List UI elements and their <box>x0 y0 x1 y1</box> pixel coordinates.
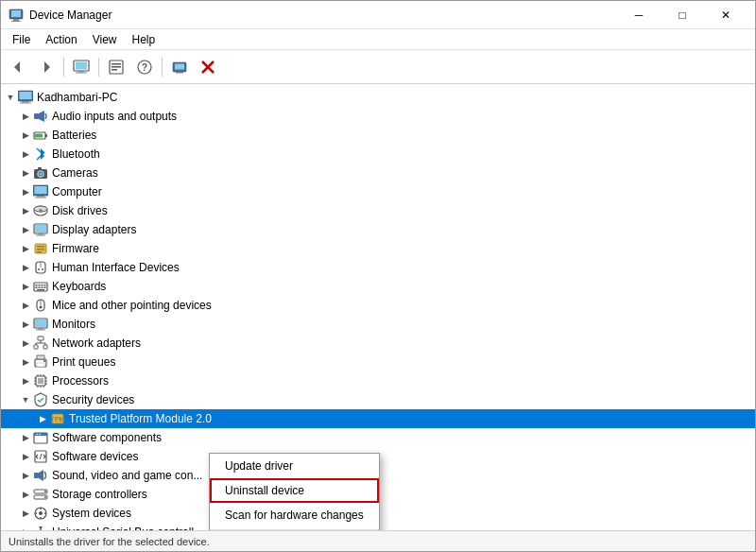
tree-root[interactable]: ▼ Kadhambari-PC <box>1 88 755 107</box>
mice-label: Mice and other pointing devices <box>52 299 212 312</box>
context-scan-hardware[interactable]: Scan for hardware changes <box>210 503 379 527</box>
expand-batteries[interactable]: ▶ <box>18 128 33 143</box>
expand-security[interactable]: ▼ <box>18 392 33 407</box>
svg-rect-43 <box>38 233 43 235</box>
tree-item-print[interactable]: ▶ Print queues <box>1 353 755 371</box>
expand-sysdev[interactable]: ▶ <box>18 506 33 521</box>
tree-item-cameras[interactable]: ▶ Cameras <box>1 164 755 182</box>
svg-rect-44 <box>36 235 45 236</box>
expand-bluetooth[interactable]: ▶ <box>18 147 33 162</box>
svg-rect-33 <box>38 167 42 169</box>
context-update-driver[interactable]: Update driver <box>210 454 379 478</box>
tree-item-keyboards[interactable]: ▶ Keyboards <box>1 277 755 296</box>
svg-rect-103 <box>34 473 39 478</box>
expand-disk[interactable]: ▶ <box>18 203 33 218</box>
svg-rect-9 <box>76 72 87 73</box>
expand-tpm[interactable]: ▶ <box>35 411 50 426</box>
expand-sound[interactable]: ▶ <box>18 468 33 483</box>
expand-softwaredev[interactable]: ▶ <box>18 449 33 464</box>
expand-monitors[interactable]: ▶ <box>18 317 33 332</box>
svg-point-108 <box>44 496 46 498</box>
title-bar: Device Manager ─ □ ✕ <box>1 1 755 29</box>
expand-keyboards[interactable]: ▶ <box>18 279 33 294</box>
svg-point-40 <box>39 209 43 213</box>
expand-usb[interactable]: ▶ <box>18 525 33 530</box>
monitor-icon <box>33 317 48 332</box>
window-title: Device Manager <box>29 9 112 22</box>
svg-point-32 <box>40 173 43 176</box>
expand-audio[interactable]: ▶ <box>18 109 33 124</box>
monitors-label: Monitors <box>52 318 95 331</box>
expand-cameras[interactable]: ▶ <box>18 165 33 181</box>
menu-help[interactable]: Help <box>125 31 163 48</box>
forward-button[interactable] <box>33 54 60 80</box>
tree-item-hid[interactable]: ▶ Human Interface Devices <box>1 258 755 277</box>
softwaredev-label: Software devices <box>52 450 138 463</box>
sound-icon <box>33 468 48 483</box>
tree-item-monitors[interactable]: ▶ Monitors <box>1 315 755 334</box>
svg-rect-13 <box>112 69 117 71</box>
computer-btn[interactable] <box>68 54 94 80</box>
tree-panel[interactable]: ▼ Kadhambari-PC ▶ <box>1 84 755 530</box>
menu-file[interactable]: File <box>5 31 38 48</box>
svg-rect-55 <box>39 285 41 286</box>
context-menu: Update driver Uninstall device Scan for … <box>209 453 380 530</box>
expand-mice[interactable]: ▶ <box>18 298 33 313</box>
mouse-icon <box>33 298 48 313</box>
network-label: Network adapters <box>52 336 141 350</box>
storage-icon <box>33 487 48 502</box>
expand-root[interactable]: ▼ <box>3 90 18 105</box>
expand-processors[interactable]: ▶ <box>18 373 33 388</box>
storage-label: Storage controllers <box>52 488 147 501</box>
tree-item-mice[interactable]: ▶ Mice and other pointing devices <box>1 296 755 315</box>
close-button[interactable]: ✕ <box>704 1 747 29</box>
title-controls: ─ □ ✕ <box>617 1 747 29</box>
help-btn[interactable]: ? <box>131 54 158 80</box>
expand-storage[interactable]: ▶ <box>18 487 33 502</box>
svg-rect-57 <box>44 285 46 286</box>
tree-item-computer[interactable]: ▶ Computer <box>1 182 755 201</box>
softwaredev-icon <box>33 449 48 464</box>
tree-item-bluetooth[interactable]: ▶ Bluetooth <box>1 145 755 164</box>
menu-view[interactable]: View <box>85 31 125 48</box>
expand-print[interactable]: ▶ <box>18 354 33 370</box>
audio-icon <box>33 109 48 124</box>
root-label: Kadhambari-PC <box>37 91 117 104</box>
svg-point-107 <box>44 491 46 492</box>
svg-point-65 <box>40 306 43 309</box>
tree-item-network[interactable]: ▶ Network adapters <box>1 334 755 353</box>
svg-marker-4 <box>14 61 20 73</box>
maximize-button[interactable]: □ <box>661 1 704 29</box>
tree-item-processors[interactable]: ▶ <box>1 371 755 390</box>
svg-rect-71 <box>34 345 38 349</box>
expand-network[interactable]: ▶ <box>18 336 33 351</box>
tree-item-disk[interactable]: ▶ Disk drives <box>1 201 755 220</box>
svg-rect-12 <box>112 66 121 68</box>
tree-item-audio[interactable]: ▶ Audio inputs and outputs <box>1 107 755 126</box>
firmware-icon <box>33 241 48 256</box>
scan-btn[interactable] <box>166 54 193 80</box>
tree-item-display[interactable]: ▶ Display adapters <box>1 220 755 239</box>
tree-item-tpm[interactable]: ▶ TPM Trusted Platform Module 2.0 <box>1 409 755 428</box>
tree-item-batteries[interactable]: ▶ Batteries <box>1 126 755 145</box>
svg-rect-78 <box>37 355 44 359</box>
context-uninstall-device[interactable]: Uninstall device <box>210 478 379 503</box>
svg-rect-70 <box>38 336 43 340</box>
tree-item-softwarecomp[interactable]: ▶ Software components <box>1 428 755 447</box>
properties-btn[interactable] <box>103 54 129 80</box>
svg-rect-2 <box>13 19 19 21</box>
tree-item-firmware[interactable]: ▶ Firmware <box>1 239 755 258</box>
expand-display[interactable]: ▶ <box>18 222 33 237</box>
back-button[interactable] <box>5 54 31 80</box>
delete-btn[interactable] <box>195 54 221 80</box>
menu-action[interactable]: Action <box>38 31 84 48</box>
expand-computer[interactable]: ▶ <box>18 184 33 199</box>
expand-softwarecomp[interactable]: ▶ <box>18 430 33 445</box>
tree-item-security[interactable]: ▼ Security devices <box>1 390 755 409</box>
sound-label: Sound, video and game con... <box>52 469 202 482</box>
expand-firmware[interactable]: ▶ <box>18 241 33 256</box>
expand-hid[interactable]: ▶ <box>18 260 33 275</box>
sysdev-label: System devices <box>52 507 131 520</box>
minimize-button[interactable]: ─ <box>617 1 661 29</box>
svg-text:?: ? <box>142 62 147 73</box>
